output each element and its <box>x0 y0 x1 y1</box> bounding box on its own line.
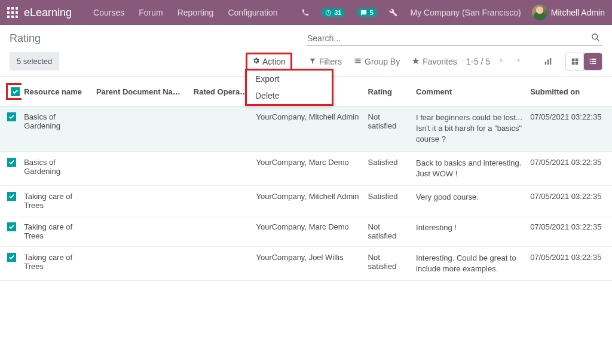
cell-resource: Taking care of Trees <box>22 216 94 246</box>
svg-rect-18 <box>545 62 546 65</box>
svg-rect-8 <box>16 16 18 18</box>
col-resource[interactable]: Resource name <box>22 77 94 106</box>
company-switcher[interactable]: My Company (San Francisco) <box>407 8 525 17</box>
action-dropdown: Action Export Delete <box>246 53 292 71</box>
svg-rect-28 <box>592 60 596 62</box>
row-checkbox[interactable] <box>7 112 16 121</box>
funnel-icon <box>309 57 316 66</box>
view-list[interactable] <box>584 53 602 70</box>
phone-icon[interactable] <box>299 0 312 25</box>
col-submitted[interactable]: Submitted on <box>528 77 612 106</box>
col-comment[interactable]: Comment <box>414 77 528 106</box>
action-delete[interactable]: Delete <box>247 87 332 104</box>
user-menu[interactable]: Mitchell Admin <box>532 5 605 20</box>
svg-rect-15 <box>356 60 361 62</box>
action-export[interactable]: Export <box>247 71 332 87</box>
table-row[interactable]: Taking care of TreesYourCompany, Marc De… <box>0 216 612 246</box>
select-all-checkbox[interactable] <box>11 87 20 96</box>
search-input[interactable] <box>306 31 589 45</box>
star-icon <box>412 57 420 66</box>
table-row[interactable]: Taking care of TreesYourCompany, Joel Wi… <box>0 246 612 280</box>
nav-item-reporting[interactable]: Reporting <box>170 0 221 25</box>
row-checkbox[interactable] <box>7 192 16 201</box>
cell-resource: Taking care of Trees <box>22 246 94 280</box>
row-checkbox[interactable] <box>7 253 16 262</box>
cell-comment: Interesting. Could be great to include m… <box>414 246 528 280</box>
nav-menu: Courses Forum Reporting Configuration <box>86 0 285 25</box>
debug-icon[interactable] <box>387 0 400 25</box>
cell-parent <box>94 185 191 216</box>
table-row[interactable]: Taking care of TreesYourCompany, Mitchel… <box>0 185 612 216</box>
pager-next[interactable] <box>512 54 525 69</box>
cell-date: 07/05/2021 03:22:35 <box>528 106 612 152</box>
cell-parent <box>94 106 191 152</box>
cell-comment: I fear beginners could be lost... Isn't … <box>414 106 528 152</box>
select-all-wrap <box>6 83 22 100</box>
action-button[interactable]: Action <box>246 53 292 71</box>
svg-rect-25 <box>590 59 591 60</box>
cell-rating: Not satisfied <box>366 216 414 246</box>
svg-rect-30 <box>592 63 596 64</box>
favorites-button[interactable]: Favorites <box>412 57 457 66</box>
svg-rect-17 <box>356 62 361 63</box>
svg-rect-24 <box>575 62 578 65</box>
table-row[interactable]: Basics of GardeningYourCompany, Marc Dem… <box>0 151 612 185</box>
search-wrap <box>306 31 602 46</box>
selected-count: 5 selected <box>10 52 59 71</box>
cell-date: 07/05/2021 03:22:35 <box>528 151 612 185</box>
cell-rating: Not satisfied <box>366 246 414 280</box>
search-icon[interactable] <box>589 33 602 44</box>
nav-item-courses[interactable]: Courses <box>86 0 131 25</box>
svg-rect-6 <box>7 16 10 18</box>
group-by-button[interactable]: Group By <box>354 57 400 66</box>
col-parent[interactable]: Parent Document Na… <box>94 77 191 106</box>
svg-rect-5 <box>16 11 18 14</box>
activities-button[interactable]: 31 <box>319 0 347 25</box>
cell-rating: Satisfied <box>366 185 414 216</box>
col-operator[interactable]: Rated Operat… <box>191 77 254 106</box>
cell-date: 07/05/2021 03:22:35 <box>528 216 612 246</box>
cell-partner: YourCompany, Marc Demo <box>253 151 365 185</box>
group-icon <box>354 57 362 66</box>
nav-item-forum[interactable]: Forum <box>131 0 170 25</box>
gear-icon <box>252 57 260 66</box>
cell-date: 07/05/2021 03:22:35 <box>528 246 612 280</box>
nav-right: 31 5 My Company (San Francisco) Mitchell… <box>299 0 605 25</box>
svg-rect-12 <box>355 59 356 60</box>
svg-rect-29 <box>590 63 591 64</box>
row-checkbox[interactable] <box>7 158 16 167</box>
cell-operator <box>191 246 254 280</box>
user-name: Mitchell Admin <box>551 8 605 17</box>
activities-count: 31 <box>334 9 341 16</box>
svg-rect-3 <box>7 11 10 14</box>
nav-item-configuration[interactable]: Configuration <box>221 0 284 25</box>
cell-resource: Basics of Gardening <box>22 151 94 185</box>
svg-rect-7 <box>11 16 14 18</box>
col-rating[interactable]: Rating <box>366 77 414 106</box>
view-graph[interactable] <box>539 53 557 70</box>
svg-rect-19 <box>547 59 549 65</box>
cell-operator <box>191 151 254 185</box>
table-row[interactable]: Basics of GardeningYourCompany, Mitchell… <box>0 106 612 152</box>
pager-value[interactable]: 1-5 / 5 <box>466 57 490 66</box>
cell-rating: Satisfied <box>366 151 414 185</box>
page-title: Rating <box>10 32 306 45</box>
cell-operator <box>191 216 254 246</box>
messages-button[interactable]: 5 <box>354 0 379 25</box>
brand-title[interactable]: eLearning <box>24 7 72 19</box>
svg-rect-13 <box>356 59 361 60</box>
svg-rect-23 <box>571 62 574 65</box>
apps-icon[interactable] <box>7 7 18 18</box>
cell-partner: YourCompany, Marc Demo <box>253 216 365 246</box>
view-kanban[interactable] <box>566 53 584 70</box>
filters-button[interactable]: Filters <box>309 57 342 66</box>
pager-prev[interactable] <box>495 54 507 69</box>
svg-rect-22 <box>575 58 578 61</box>
cell-parent <box>94 216 191 246</box>
row-checkbox[interactable] <box>7 222 16 231</box>
cell-comment: Very good course. <box>414 185 528 216</box>
svg-rect-21 <box>571 58 574 61</box>
search-toolbar: Filters Group By Favorites <box>309 57 457 66</box>
messages-count: 5 <box>369 9 373 16</box>
view-switcher <box>539 53 602 71</box>
